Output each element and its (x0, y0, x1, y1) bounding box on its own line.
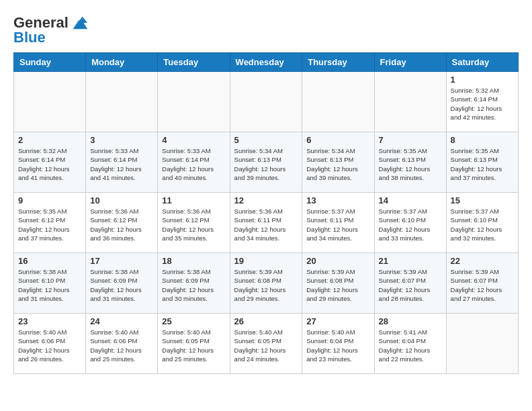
calendar-week-row: 9Sunrise: 5:35 AM Sunset: 6:12 PM Daylig… (14, 193, 519, 253)
day-info: Sunrise: 5:33 AM Sunset: 6:14 PM Dayligh… (90, 146, 153, 182)
day-number: 25 (162, 316, 225, 326)
calendar-cell: 28Sunrise: 5:41 AM Sunset: 6:04 PM Dayli… (374, 314, 446, 374)
calendar-cell: 2Sunrise: 5:32 AM Sunset: 6:14 PM Daylig… (14, 132, 86, 193)
day-header-sunday: Sunday (14, 53, 86, 72)
day-info: Sunrise: 5:40 AM Sunset: 6:04 PM Dayligh… (306, 328, 369, 363)
calendar-cell: 10Sunrise: 5:36 AM Sunset: 6:12 PM Dayli… (86, 193, 158, 253)
calendar-cell (158, 72, 230, 132)
calendar-cell: 21Sunrise: 5:39 AM Sunset: 6:07 PM Dayli… (374, 253, 446, 314)
calendar-week-row: 1Sunrise: 5:32 AM Sunset: 6:14 PM Daylig… (14, 72, 519, 132)
calendar-cell: 16Sunrise: 5:38 AM Sunset: 6:10 PM Dayli… (14, 253, 86, 314)
calendar-cell (230, 72, 302, 132)
day-header-wednesday: Wednesday (230, 53, 302, 72)
calendar-cell: 6Sunrise: 5:34 AM Sunset: 6:13 PM Daylig… (302, 132, 374, 193)
day-header-tuesday: Tuesday (158, 53, 230, 72)
day-info: Sunrise: 5:35 AM Sunset: 6:13 PM Dayligh… (451, 146, 514, 182)
day-number: 3 (90, 135, 153, 145)
calendar-cell: 7Sunrise: 5:35 AM Sunset: 6:13 PM Daylig… (374, 132, 446, 193)
day-number: 21 (379, 256, 442, 266)
calendar-cell: 12Sunrise: 5:36 AM Sunset: 6:11 PM Dayli… (230, 193, 302, 253)
calendar-table: SundayMondayTuesdayWednesdayThursdayFrid… (13, 52, 519, 374)
day-info: Sunrise: 5:41 AM Sunset: 6:04 PM Dayligh… (379, 328, 442, 363)
day-header-thursday: Thursday (302, 53, 374, 72)
day-info: Sunrise: 5:32 AM Sunset: 6:14 PM Dayligh… (451, 86, 514, 122)
calendar-cell: 19Sunrise: 5:39 AM Sunset: 6:08 PM Dayli… (230, 253, 302, 314)
day-number: 22 (451, 256, 514, 266)
calendar-cell (446, 314, 518, 374)
logo-icon (70, 13, 89, 32)
day-info: Sunrise: 5:39 AM Sunset: 6:07 PM Dayligh… (451, 267, 514, 303)
day-info: Sunrise: 5:40 AM Sunset: 6:05 PM Dayligh… (162, 328, 225, 363)
calendar-cell: 14Sunrise: 5:37 AM Sunset: 6:10 PM Dayli… (374, 193, 446, 253)
calendar-cell: 3Sunrise: 5:33 AM Sunset: 6:14 PM Daylig… (86, 132, 158, 193)
day-number: 8 (451, 135, 514, 145)
day-info: Sunrise: 5:33 AM Sunset: 6:14 PM Dayligh… (162, 146, 225, 182)
day-info: Sunrise: 5:36 AM Sunset: 6:12 PM Dayligh… (90, 207, 153, 242)
day-info: Sunrise: 5:32 AM Sunset: 6:14 PM Dayligh… (18, 146, 81, 182)
day-number: 12 (234, 195, 298, 205)
day-number: 2 (18, 135, 81, 145)
day-number: 5 (234, 135, 298, 145)
day-info: Sunrise: 5:40 AM Sunset: 6:05 PM Dayligh… (234, 328, 298, 363)
calendar-cell (86, 72, 158, 132)
calendar-cell: 20Sunrise: 5:39 AM Sunset: 6:08 PM Dayli… (302, 253, 374, 314)
calendar-cell (374, 72, 446, 132)
day-header-saturday: Saturday (446, 53, 518, 72)
calendar-week-row: 2Sunrise: 5:32 AM Sunset: 6:14 PM Daylig… (14, 132, 519, 193)
day-number: 1 (451, 75, 514, 85)
calendar-cell: 4Sunrise: 5:33 AM Sunset: 6:14 PM Daylig… (158, 132, 230, 193)
day-info: Sunrise: 5:36 AM Sunset: 6:12 PM Dayligh… (162, 207, 225, 242)
calendar-cell: 15Sunrise: 5:37 AM Sunset: 6:10 PM Dayli… (446, 193, 518, 253)
day-info: Sunrise: 5:40 AM Sunset: 6:06 PM Dayligh… (18, 328, 81, 363)
calendar-cell: 25Sunrise: 5:40 AM Sunset: 6:05 PM Dayli… (158, 314, 230, 374)
day-number: 7 (379, 135, 442, 145)
day-number: 23 (18, 316, 81, 326)
day-number: 11 (162, 195, 225, 205)
day-number: 13 (306, 195, 369, 205)
day-number: 24 (90, 316, 153, 326)
day-number: 26 (234, 316, 298, 326)
calendar-header-row: SundayMondayTuesdayWednesdayThursdayFrid… (14, 53, 519, 72)
calendar-cell: 9Sunrise: 5:35 AM Sunset: 6:12 PM Daylig… (14, 193, 86, 253)
day-info: Sunrise: 5:39 AM Sunset: 6:07 PM Dayligh… (379, 267, 442, 303)
day-number: 10 (90, 195, 153, 205)
day-number: 28 (379, 316, 442, 326)
day-number: 17 (90, 256, 153, 266)
day-info: Sunrise: 5:38 AM Sunset: 6:09 PM Dayligh… (90, 267, 153, 303)
day-info: Sunrise: 5:36 AM Sunset: 6:11 PM Dayligh… (234, 207, 298, 242)
day-number: 9 (18, 195, 81, 205)
calendar-cell: 13Sunrise: 5:37 AM Sunset: 6:11 PM Dayli… (302, 193, 374, 253)
calendar-cell: 1Sunrise: 5:32 AM Sunset: 6:14 PM Daylig… (446, 72, 518, 132)
day-info: Sunrise: 5:39 AM Sunset: 6:08 PM Dayligh… (234, 267, 298, 303)
day-number: 20 (306, 256, 369, 266)
calendar-cell: 18Sunrise: 5:38 AM Sunset: 6:09 PM Dayli… (158, 253, 230, 314)
calendar-cell: 17Sunrise: 5:38 AM Sunset: 6:09 PM Dayli… (86, 253, 158, 314)
calendar-cell: 24Sunrise: 5:40 AM Sunset: 6:06 PM Dayli… (86, 314, 158, 374)
calendar-cell: 27Sunrise: 5:40 AM Sunset: 6:04 PM Dayli… (302, 314, 374, 374)
day-info: Sunrise: 5:37 AM Sunset: 6:10 PM Dayligh… (451, 207, 514, 242)
calendar-cell (302, 72, 374, 132)
day-number: 27 (306, 316, 369, 326)
calendar-week-row: 23Sunrise: 5:40 AM Sunset: 6:06 PM Dayli… (14, 314, 519, 374)
page-header: General Blue (13, 13, 519, 46)
day-info: Sunrise: 5:39 AM Sunset: 6:08 PM Dayligh… (306, 267, 369, 303)
day-info: Sunrise: 5:37 AM Sunset: 6:11 PM Dayligh… (306, 207, 369, 242)
day-info: Sunrise: 5:40 AM Sunset: 6:06 PM Dayligh… (90, 328, 153, 363)
day-number: 16 (18, 256, 81, 266)
day-number: 14 (379, 195, 442, 205)
calendar-cell (14, 72, 86, 132)
day-number: 19 (234, 256, 298, 266)
day-number: 6 (306, 135, 369, 145)
calendar-cell: 26Sunrise: 5:40 AM Sunset: 6:05 PM Dayli… (230, 314, 302, 374)
day-info: Sunrise: 5:38 AM Sunset: 6:10 PM Dayligh… (18, 267, 81, 303)
day-info: Sunrise: 5:35 AM Sunset: 6:13 PM Dayligh… (379, 146, 442, 182)
day-number: 4 (162, 135, 225, 145)
logo: General Blue (13, 13, 89, 46)
day-number: 18 (162, 256, 225, 266)
calendar-cell: 22Sunrise: 5:39 AM Sunset: 6:07 PM Dayli… (446, 253, 518, 314)
day-header-friday: Friday (374, 53, 446, 72)
day-number: 15 (451, 195, 514, 205)
day-info: Sunrise: 5:38 AM Sunset: 6:09 PM Dayligh… (162, 267, 225, 303)
calendar-cell: 11Sunrise: 5:36 AM Sunset: 6:12 PM Dayli… (158, 193, 230, 253)
day-header-monday: Monday (86, 53, 158, 72)
